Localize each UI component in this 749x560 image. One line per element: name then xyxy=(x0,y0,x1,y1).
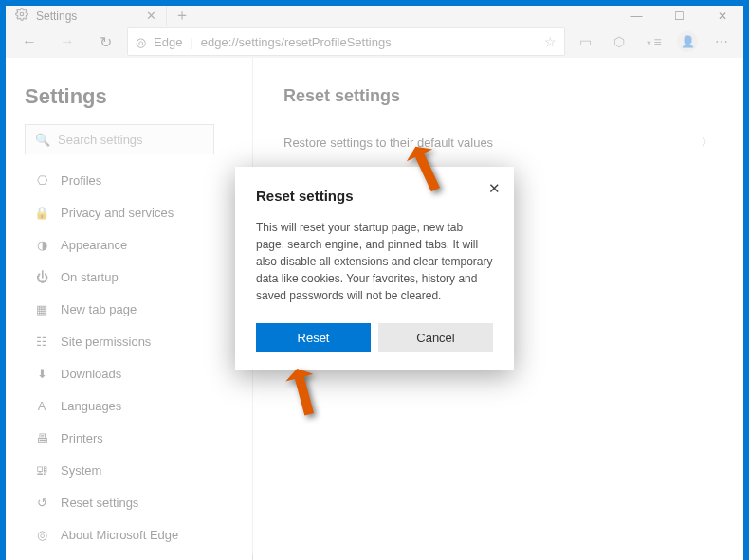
dialog-close-icon[interactable]: ✕ xyxy=(488,180,501,197)
cancel-button[interactable]: Cancel xyxy=(378,323,493,352)
reset-settings-dialog: ✕ Reset settings This will reset your st… xyxy=(235,167,514,370)
reset-button[interactable]: Reset xyxy=(256,323,371,352)
dialog-title: Reset settings xyxy=(256,188,493,204)
browser-window: Settings ✕ ＋ ― ☐ ✕ ← → ↻ ◎ Edge | edge:/… xyxy=(6,6,743,554)
modal-overlay: ✕ Reset settings This will reset your st… xyxy=(6,6,743,554)
dialog-body: This will reset your startup page, new t… xyxy=(256,219,493,304)
